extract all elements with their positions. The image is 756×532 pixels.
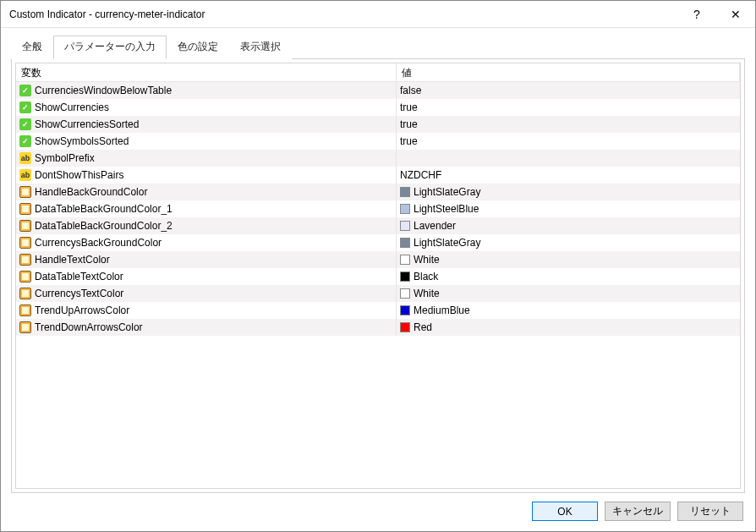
table-row[interactable]: DataTableBackGroundColor_2Lavender	[16, 217, 740, 234]
variable-name: ShowCurrenciesSorted	[35, 118, 139, 130]
tab-general[interactable]: 全般	[11, 36, 53, 59]
value-cell[interactable]: White	[397, 285, 740, 302]
color-type-icon	[19, 186, 31, 198]
bool-type-icon: ✓	[19, 85, 31, 96]
value-text: MediumBlue	[414, 304, 470, 316]
variable-name: SymbolPrefix	[35, 152, 95, 164]
value-text: true	[400, 135, 418, 147]
variable-name: ShowSymbolsSorted	[35, 135, 129, 147]
variable-cell: DataTableBackGroundColor_1	[16, 200, 397, 217]
titlebar: Custom Indicator - currency-meter-indica…	[1, 1, 755, 28]
help-button[interactable]: ?	[677, 1, 716, 28]
window-title: Custom Indicator - currency-meter-indica…	[9, 8, 677, 20]
color-swatch	[400, 204, 410, 214]
value-cell[interactable]: LightSteelBlue	[397, 200, 740, 217]
bool-type-icon: ✓	[19, 101, 31, 113]
table-row[interactable]: abDontShowThisPairsNZDCHF	[16, 167, 740, 184]
value-cell[interactable]: false	[397, 82, 740, 99]
tab-parameters[interactable]: パラメーターの入力	[53, 36, 167, 59]
variable-name: TrendUpArrowsColor	[35, 304, 129, 316]
variable-name: CurrencysBackGroundColor	[35, 237, 162, 249]
tab-bar: 全般 パラメーターの入力 色の設定 表示選択	[11, 36, 745, 59]
str-type-icon: ab	[19, 152, 31, 164]
cancel-button[interactable]: キャンセル	[605, 502, 671, 521]
table-row[interactable]: DataTableTextColorBlack	[16, 268, 740, 285]
value-text: LightSlateGray	[414, 186, 480, 198]
value-cell[interactable]: true	[397, 133, 740, 150]
tab-panel: 変数 値 ✓CurrenciesWindowBelowTablefalse✓Sh…	[11, 58, 745, 493]
variable-name: ShowCurrencies	[35, 101, 109, 113]
variable-cell: HandleBackGroundColor	[16, 184, 397, 200]
value-cell[interactable]: MediumBlue	[397, 302, 740, 319]
table-row[interactable]: ✓CurrenciesWindowBelowTablefalse	[16, 82, 740, 99]
value-text: true	[400, 101, 418, 113]
color-type-icon	[19, 304, 31, 316]
bool-type-icon: ✓	[19, 135, 31, 147]
color-swatch	[400, 322, 410, 332]
content: 全般 パラメーターの入力 色の設定 表示選択 変数 値 ✓CurrenciesW…	[1, 28, 755, 493]
color-swatch	[400, 238, 410, 248]
bool-type-icon: ✓	[19, 118, 31, 130]
table-row[interactable]: TrendDownArrowsColorRed	[16, 319, 740, 336]
table-body: ✓CurrenciesWindowBelowTablefalse✓ShowCur…	[16, 82, 740, 488]
variable-cell: TrendUpArrowsColor	[16, 302, 397, 319]
color-type-icon	[19, 203, 31, 215]
variable-cell: DataTableTextColor	[16, 268, 397, 285]
str-type-icon: ab	[19, 169, 31, 181]
table-row[interactable]: ✓ShowSymbolsSortedtrue	[16, 133, 740, 150]
value-cell[interactable]: Red	[397, 319, 740, 336]
table-row[interactable]: HandleTextColorWhite	[16, 251, 740, 268]
value-cell[interactable]: Black	[397, 268, 740, 285]
value-cell[interactable]: NZDCHF	[397, 167, 740, 184]
table-row[interactable]: DataTableBackGroundColor_1LightSteelBlue	[16, 200, 740, 217]
color-type-icon	[19, 321, 31, 333]
variable-cell: ✓CurrenciesWindowBelowTable	[16, 82, 397, 99]
value-text: Red	[414, 321, 432, 333]
color-swatch	[400, 288, 410, 299]
column-header-variable[interactable]: 変数	[16, 63, 397, 81]
value-cell[interactable]: LightSlateGray	[397, 184, 740, 200]
color-type-icon	[19, 254, 31, 266]
variable-name: DataTableTextColor	[35, 271, 123, 282]
variable-name: CurrencysTextColor	[35, 288, 123, 299]
variable-cell: ✓ShowCurrenciesSorted	[16, 116, 397, 133]
table-row[interactable]: ✓ShowCurrenciesSortedtrue	[16, 116, 740, 133]
variable-cell: ✓ShowSymbolsSorted	[16, 133, 397, 150]
table-row[interactable]: HandleBackGroundColorLightSlateGray	[16, 184, 740, 200]
column-header-value[interactable]: 値	[397, 63, 740, 81]
variable-cell: TrendDownArrowsColor	[16, 319, 397, 336]
reset-button[interactable]: リセット	[677, 502, 743, 521]
value-cell[interactable]: White	[397, 251, 740, 268]
color-swatch	[400, 305, 410, 315]
variable-cell: DataTableBackGroundColor_2	[16, 217, 397, 234]
value-text: false	[400, 85, 421, 96]
variable-name: DataTableBackGroundColor_1	[35, 203, 173, 215]
value-cell[interactable]: true	[397, 116, 740, 133]
color-swatch	[400, 271, 410, 282]
table-row[interactable]: TrendUpArrowsColorMediumBlue	[16, 302, 740, 319]
variable-name: DataTableBackGroundColor_2	[35, 220, 173, 232]
variable-cell: ✓ShowCurrencies	[16, 99, 397, 116]
ok-button[interactable]: OK	[532, 502, 598, 521]
variable-name: HandleBackGroundColor	[35, 186, 147, 198]
dialog-footer: OK キャンセル リセット	[1, 493, 755, 531]
color-type-icon	[19, 271, 31, 282]
value-cell[interactable]: Lavender	[397, 217, 740, 234]
table-row[interactable]: abSymbolPrefix	[16, 150, 740, 167]
value-cell[interactable]	[397, 150, 740, 167]
parameters-table: 変数 値 ✓CurrenciesWindowBelowTablefalse✓Sh…	[15, 63, 741, 489]
tab-visibility[interactable]: 表示選択	[229, 36, 292, 59]
color-swatch	[400, 221, 410, 231]
value-cell[interactable]: LightSlateGray	[397, 234, 740, 251]
close-button[interactable]: ✕	[716, 1, 755, 28]
table-row[interactable]: ✓ShowCurrenciestrue	[16, 99, 740, 116]
table-row[interactable]: CurrencysTextColorWhite	[16, 285, 740, 302]
value-cell[interactable]: true	[397, 99, 740, 116]
variable-name: HandleTextColor	[35, 254, 110, 266]
tab-colors[interactable]: 色の設定	[167, 36, 229, 59]
variable-name: DontShowThisPairs	[35, 169, 123, 181]
variable-cell: abDontShowThisPairs	[16, 167, 397, 184]
table-row[interactable]: CurrencysBackGroundColorLightSlateGray	[16, 234, 740, 251]
variable-cell: HandleTextColor	[16, 251, 397, 268]
color-swatch	[400, 187, 410, 197]
